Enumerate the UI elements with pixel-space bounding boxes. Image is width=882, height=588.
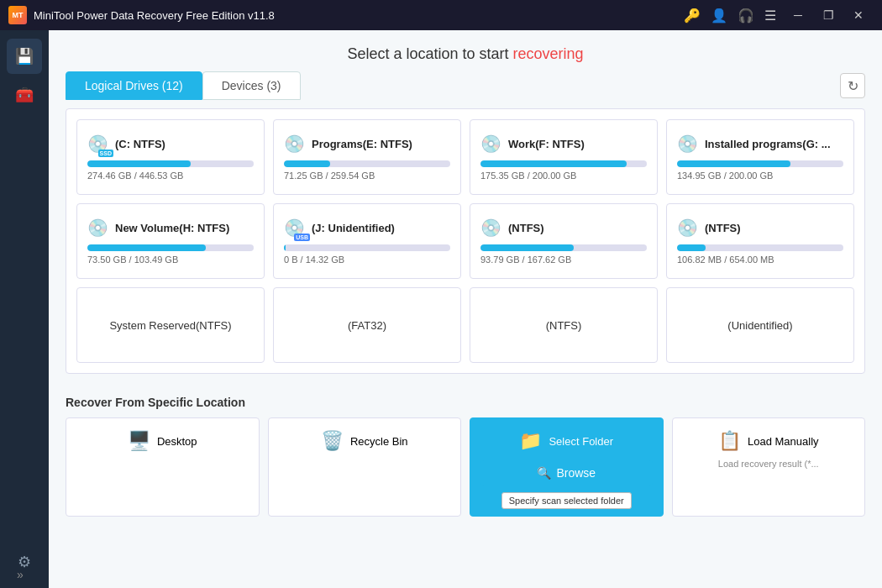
drive-bar-fill-ntfs1 (480, 244, 574, 251)
drive-card-j[interactable]: 💿USB (J: Unidentified) 0 B / 14.32 GB (273, 203, 461, 279)
usb-badge: USB (294, 234, 310, 241)
specific-location-section: Recover From Specific Location 🖥️ Deskto… (49, 382, 882, 517)
browse-label: Browse (556, 466, 596, 480)
drive-bar-bg-f (480, 160, 647, 167)
recover-drive-icon: 💾 (15, 47, 34, 66)
drive-card-f[interactable]: 💿 Work(F: NTFS) 175.35 GB / 200.00 GB (470, 119, 658, 195)
drive-name-h: New Volume(H: NTFS) (115, 222, 229, 234)
desktop-row: 🖥️ Desktop (128, 430, 197, 452)
ssd-badge: SSD (98, 150, 113, 157)
drive-bar-bg-ntfs2 (677, 244, 843, 251)
sidebar-bottom: ⚙ (0, 544, 49, 580)
drive-card-e[interactable]: 💿 Programs(E: NTFS) 71.25 GB / 259.54 GB (273, 119, 461, 195)
drive-icon-e: 💿 (284, 134, 305, 154)
tab-logical-drives[interactable]: Logical Drives (12) (66, 71, 202, 100)
headset-icon[interactable]: 🎧 (738, 8, 754, 24)
specific-location-grid: 🖥️ Desktop 🗑️ Recycle Bin 📁 Select Fo (66, 417, 865, 517)
window-controls: ─ ❐ ✕ (783, 0, 874, 30)
drive-name-unidentified: (Unidentified) (727, 311, 792, 340)
drive-card-ntfs3[interactable]: (NTFS) (470, 287, 658, 363)
tooltip-box: Specify scan selected folder (501, 492, 632, 509)
select-folder-label: Select Folder (549, 435, 613, 448)
drive-size-f: 175.35 GB / 200.00 GB (480, 171, 647, 181)
drive-card-c[interactable]: 💿SSD (C: NTFS) 274.46 GB / 446.53 GB (76, 119, 265, 195)
drive-bar-fill-g (677, 160, 790, 167)
drive-bar-bg-ntfs1 (480, 244, 647, 251)
maximize-button[interactable]: ❐ (813, 0, 843, 30)
minimize-button[interactable]: ─ (783, 0, 813, 30)
drive-size-h: 73.50 GB / 103.49 GB (87, 255, 254, 265)
specific-card-recycle-bin[interactable]: 🗑️ Recycle Bin (268, 417, 462, 517)
drive-bar-fill-c (87, 160, 191, 167)
folder-icon: 📁 (519, 430, 542, 452)
load-manually-icon: 📋 (718, 430, 741, 452)
recovering-word: recovering (513, 45, 584, 62)
recycle-bin-icon: 🗑️ (321, 430, 344, 452)
drive-bar-bg-j (284, 244, 450, 251)
expand-arrows-button[interactable]: » (17, 568, 24, 581)
specific-card-select-folder[interactable]: 📁 Select Folder 🔍 Browse Specify scan se… (470, 417, 664, 517)
drive-name-j: (J: Unidentified) (312, 222, 395, 234)
recycle-bin-row: 🗑️ Recycle Bin (321, 430, 408, 452)
drive-card-ntfs1[interactable]: 💿 (NTFS) 93.79 GB / 167.62 GB (470, 203, 658, 279)
drive-bar-bg-g (677, 160, 843, 167)
drive-size-ntfs1: 93.79 GB / 167.62 GB (480, 255, 647, 265)
drive-icon-h: 💿 (87, 218, 108, 238)
drive-icon-f: 💿 (480, 134, 501, 154)
content-area: Select a location to start recovering Lo… (49, 30, 882, 588)
title-icon-group: 🔑 👤 🎧 ☰ (684, 8, 776, 24)
drive-card-ntfs2[interactable]: 💿 (NTFS) 106.82 MB / 654.00 MB (666, 203, 854, 279)
drive-name-ntfs2: (NTFS) (705, 222, 741, 234)
drives-section: 💿SSD (C: NTFS) 274.46 GB / 446.53 GB 💿 P… (49, 108, 882, 374)
drive-name-fat32: (FAT32) (348, 311, 386, 340)
drive-size-c: 274.46 GB / 446.53 GB (87, 171, 254, 181)
tabs-row: Logical Drives (12) Devices (3) ↻ (49, 71, 882, 100)
drive-name-g: Installed programs(G: ... (705, 138, 831, 150)
specific-card-desktop[interactable]: 🖥️ Desktop (66, 417, 260, 517)
drive-card-fat32[interactable]: (FAT32) (273, 287, 461, 363)
desktop-icon: 🖥️ (128, 430, 150, 452)
drive-name-ntfs1: (NTFS) (508, 222, 544, 234)
drive-size-ntfs2: 106.82 MB / 654.00 MB (677, 255, 843, 265)
sidebar: 💾 🧰 ⚙ (0, 30, 49, 588)
select-folder-row: 📁 Select Folder (519, 430, 613, 452)
key-icon[interactable]: 🔑 (684, 8, 701, 24)
user-icon[interactable]: 👤 (711, 8, 727, 24)
drive-card-g[interactable]: 💿 Installed programs(G: ... 134.95 GB / … (666, 119, 854, 195)
drives-grid: 💿SSD (C: NTFS) 274.46 GB / 446.53 GB 💿 P… (66, 108, 865, 374)
drive-bar-bg-e (284, 160, 450, 167)
sidebar-item-settings[interactable]: ⚙ (7, 544, 42, 580)
bottom-spacer (49, 517, 882, 542)
drive-bar-fill-ntfs2 (677, 244, 706, 251)
page-header: Select a location to start recovering (49, 30, 882, 71)
close-button[interactable]: ✕ (843, 0, 874, 30)
drive-icon-c: 💿SSD (87, 134, 108, 154)
browse-search-icon: 🔍 (537, 466, 551, 480)
drive-card-sysreserved[interactable]: System Reserved(NTFS) (76, 287, 265, 363)
drive-name-c: (C: NTFS) (115, 138, 165, 150)
main-layout: 💾 🧰 ⚙ Select a location to start recover… (0, 30, 882, 588)
drive-icon-g: 💿 (677, 134, 698, 154)
drive-icon-ntfs2: 💿 (677, 218, 698, 238)
drive-name-ntfs3: (NTFS) (546, 311, 582, 340)
sidebar-item-toolkit[interactable]: 🧰 (7, 77, 42, 113)
toolkit-icon: 🧰 (15, 86, 34, 104)
load-manually-row: 📋 Load Manually (718, 430, 819, 452)
recycle-bin-label: Recycle Bin (350, 435, 408, 448)
drive-bar-fill-h (87, 244, 206, 251)
drive-name-f: Work(F: NTFS) (508, 138, 585, 150)
sidebar-item-recover[interactable]: 💾 (7, 39, 42, 74)
drive-icon-j: 💿USB (284, 218, 305, 238)
specific-card-load-manually[interactable]: 📋 Load Manually Load recovery result (*.… (672, 417, 866, 517)
refresh-button[interactable]: ↻ (840, 73, 865, 98)
drive-card-unidentified[interactable]: (Unidentified) (666, 287, 854, 363)
drive-icon-ntfs1: 💿 (480, 218, 501, 238)
titlebar: MT MiniTool Power Data Recovery Free Edi… (0, 0, 882, 30)
browse-button[interactable]: 🔍 Browse (480, 460, 653, 486)
drive-bar-bg-c (87, 160, 254, 167)
tab-devices[interactable]: Devices (3) (202, 71, 301, 100)
menu-icon[interactable]: ☰ (764, 8, 776, 24)
drive-card-h[interactable]: 💿 New Volume(H: NTFS) 73.50 GB / 103.49 … (76, 203, 265, 279)
app-logo: MT (8, 6, 27, 24)
drive-size-e: 71.25 GB / 259.54 GB (284, 171, 450, 181)
